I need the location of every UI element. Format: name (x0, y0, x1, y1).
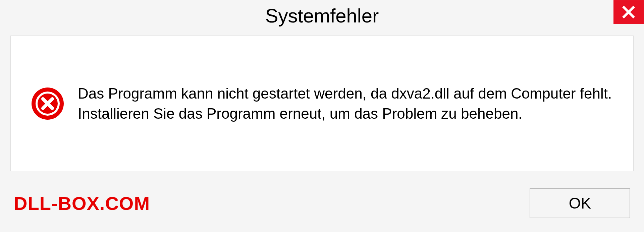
dialog-title: Systemfehler (265, 4, 379, 27)
dialog-footer: DLL-BOX.COM OK (0, 178, 644, 228)
close-icon (622, 5, 635, 19)
ok-button[interactable]: OK (530, 188, 630, 218)
close-button[interactable] (613, 0, 644, 24)
content-panel: Das Programm kann nicht gestartet werden… (10, 36, 634, 171)
watermark-text: DLL-BOX.COM (14, 192, 150, 214)
titlebar: Systemfehler (0, 0, 644, 31)
error-message: Das Programm kann nicht gestartet werden… (78, 83, 613, 123)
system-error-dialog: Systemfehler Das Programm kann nicht ges… (0, 0, 644, 232)
error-icon (31, 87, 64, 120)
